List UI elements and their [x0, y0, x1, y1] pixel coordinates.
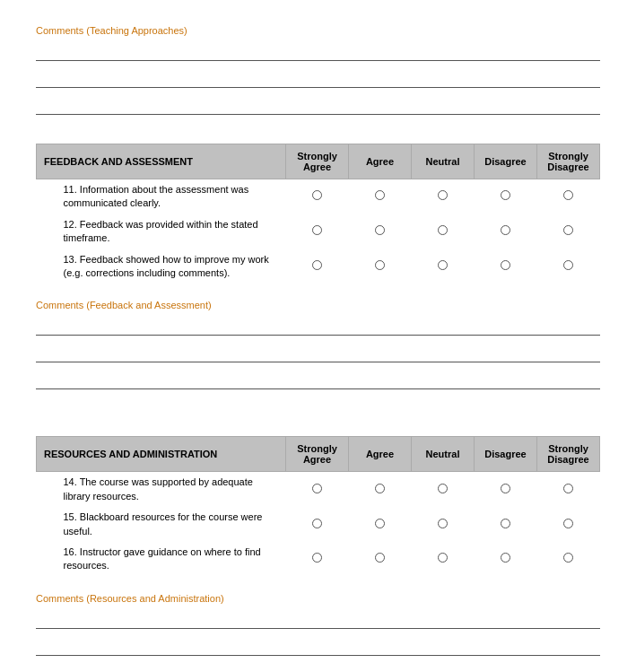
col-agree-2: Agree — [349, 437, 412, 472]
q11-agree[interactable] — [349, 179, 412, 214]
q16-strongly-agree[interactable] — [286, 542, 349, 577]
teaching-comments-section: Comments (Teaching Approaches) — [36, 25, 600, 115]
col-strongly-disagree-2: StronglyDisagree — [537, 437, 600, 472]
feedback-comment-line-1[interactable] — [36, 319, 600, 336]
resources-section-title: RESOURCES AND ADMINISTRATION — [37, 437, 286, 472]
q16-disagree[interactable] — [475, 542, 537, 577]
resources-comment-line-2[interactable] — [36, 640, 600, 656]
question-12-text: 12. Feedback was provided within the sta… — [37, 214, 286, 249]
col-strongly-agree-1: StronglyAgree — [286, 144, 349, 179]
q13-strongly-disagree[interactable] — [537, 249, 600, 284]
q15-neutral[interactable] — [412, 507, 475, 542]
question-14-text: 14. The course was supported by adequate… — [37, 472, 286, 507]
q11-neutral[interactable] — [412, 179, 475, 214]
q12-agree[interactable] — [349, 214, 412, 249]
teaching-comments-label: Comments (Teaching Approaches) — [36, 25, 600, 36]
q12-neutral[interactable] — [412, 214, 475, 249]
resources-comments-section: Comments (Resources and Administration) — [36, 593, 600, 656]
q13-disagree[interactable] — [475, 249, 537, 284]
col-strongly-agree-2: StronglyAgree — [286, 437, 349, 472]
q13-neutral[interactable] — [412, 249, 475, 284]
comment-line-2[interactable] — [36, 72, 600, 88]
q12-disagree[interactable] — [475, 214, 537, 249]
resources-comment-line-1[interactable] — [36, 613, 600, 629]
resources-header-row: RESOURCES AND ADMINISTRATION StronglyAgr… — [37, 437, 600, 472]
q15-strongly-agree[interactable] — [286, 507, 349, 542]
q16-neutral[interactable] — [412, 542, 475, 577]
q13-strongly-agree[interactable] — [286, 249, 349, 284]
q14-neutral[interactable] — [412, 472, 475, 507]
feedback-comments-label: Comments (Feedback and Assessment) — [36, 300, 600, 310]
q12-strongly-disagree[interactable] — [537, 214, 600, 249]
q13-agree[interactable] — [349, 249, 412, 284]
q11-strongly-disagree[interactable] — [537, 179, 600, 214]
resources-admin-table: RESOURCES AND ADMINISTRATION StronglyAgr… — [36, 436, 600, 576]
question-16-text: 16. Instructor gave guidance on where to… — [37, 542, 286, 577]
table-row: 12. Feedback was provided within the sta… — [37, 214, 600, 249]
feedback-comment-line-2[interactable] — [36, 346, 600, 362]
q12-strongly-agree[interactable] — [286, 214, 349, 249]
q16-strongly-disagree[interactable] — [537, 542, 600, 577]
q15-strongly-disagree[interactable] — [537, 507, 600, 542]
feedback-comment-line-3[interactable] — [36, 373, 600, 389]
table-row: 11. Information about the assessment was… — [37, 179, 600, 214]
col-strongly-disagree-1: StronglyDisagree — [537, 144, 600, 179]
table-row: 14. The course was supported by adequate… — [37, 472, 600, 507]
q15-agree[interactable] — [349, 507, 412, 542]
table-row: 13. Feedback showed how to improve my wo… — [37, 249, 600, 284]
q14-agree[interactable] — [349, 472, 412, 507]
feedback-assessment-table: FEEDBACK AND ASSESSMENT StronglyAgree Ag… — [36, 144, 600, 284]
question-13-text: 13. Feedback showed how to improve my wo… — [37, 249, 286, 284]
feedback-comments-section: Comments (Feedback and Assessment) — [36, 300, 600, 389]
col-neutral-1: Neutral — [412, 144, 475, 179]
comment-line-3[interactable] — [36, 99, 600, 115]
col-neutral-2: Neutral — [412, 437, 475, 472]
q16-agree[interactable] — [349, 542, 412, 577]
question-11-text: 11. Information about the assessment was… — [37, 179, 286, 214]
table-row: 15. Blackboard resources for the course … — [37, 507, 600, 542]
col-agree-1: Agree — [349, 144, 412, 179]
feedback-header-row: FEEDBACK AND ASSESSMENT StronglyAgree Ag… — [37, 144, 600, 179]
q15-disagree[interactable] — [475, 507, 537, 542]
table-row: 16. Instructor gave guidance on where to… — [37, 542, 600, 577]
col-disagree-1: Disagree — [475, 144, 537, 179]
question-15-text: 15. Blackboard resources for the course … — [37, 507, 286, 542]
col-disagree-2: Disagree — [475, 437, 537, 472]
q14-strongly-disagree[interactable] — [537, 472, 600, 507]
resources-comments-label: Comments (Resources and Administration) — [36, 593, 600, 604]
q11-strongly-agree[interactable] — [286, 179, 349, 214]
q14-disagree[interactable] — [475, 472, 537, 507]
q14-strongly-agree[interactable] — [286, 472, 349, 507]
q11-disagree[interactable] — [475, 179, 537, 214]
comment-line-1[interactable] — [36, 45, 600, 61]
feedback-section-title: FEEDBACK AND ASSESSMENT — [37, 144, 286, 179]
